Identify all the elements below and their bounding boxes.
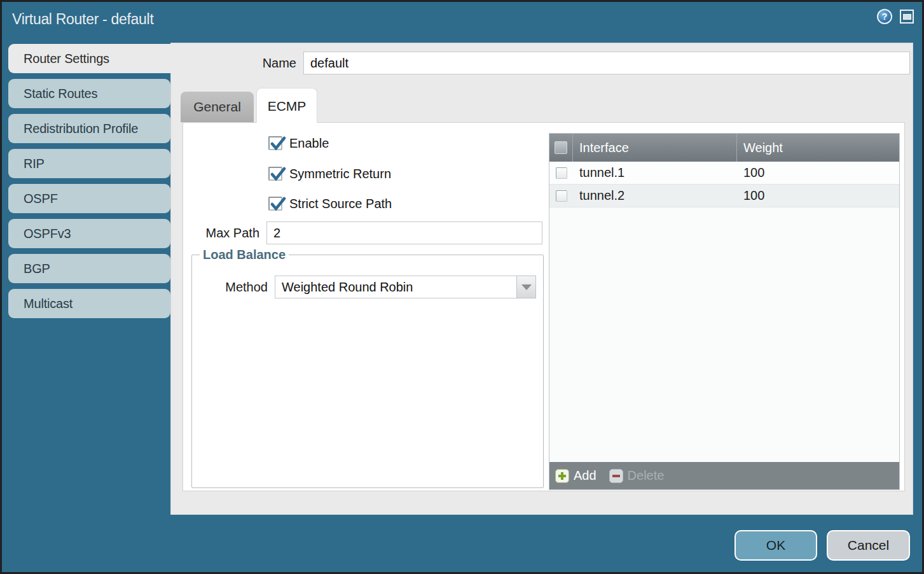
window-restore-glyph [903,14,911,20]
minus-icon [609,469,623,483]
enable-row: Enable [268,136,329,151]
name-label: Name [235,52,296,74]
sidebar-item-static-routes[interactable]: Static Routes [8,79,170,108]
ecmp-tab-panel: Enable Symmetric Return Strict Source Pa… [183,122,905,491]
sidebar-item-bgp[interactable]: BGP [8,254,170,283]
sidebar-item-multicast[interactable]: Multicast [8,289,170,318]
strict-source-path-checkbox[interactable] [268,197,282,211]
method-value: Weighted Round Robin [275,276,516,298]
dialog-title: Virtual Router - default [12,2,154,36]
select-all-checkbox[interactable] [555,141,567,154]
strict-source-path-label: Strict Source Path [289,197,392,211]
cancel-button[interactable]: Cancel [827,530,910,561]
column-header-weight[interactable]: Weight [737,134,899,162]
add-button[interactable]: Add [555,468,596,483]
method-label: Method [191,276,268,298]
chevron-down-icon[interactable] [516,276,536,298]
enable-label: Enable [289,136,329,151]
check-icon [270,166,286,183]
max-path-input[interactable] [266,221,542,244]
strict-source-path-row: Strict Source Path [268,196,392,211]
cell-weight: 100 [737,188,899,203]
cell-weight: 100 [737,165,899,180]
row-checkbox[interactable] [556,190,567,202]
sidebar-item-redistribution-profile[interactable]: Redistribution Profile [8,114,170,143]
content-panel: Name General ECMP Enable Symmetric Retur… [170,43,913,515]
check-icon [270,196,286,213]
help-icon[interactable]: ? [877,9,892,24]
method-combobox[interactable]: Weighted Round Robin [275,276,536,298]
window-restore-icon[interactable] [900,10,914,24]
table-footer: Add Delete [549,462,899,489]
table-row[interactable]: tunnel.2 100 [549,185,899,207]
dialog-titlebar: Virtual Router - default ? [2,2,922,36]
virtual-router-dialog: Virtual Router - default ? Router Settin… [0,0,924,574]
plus-icon [555,469,569,483]
interface-weight-table: Interface Weight tunnel.1 100 tunnel.2 1… [549,133,900,490]
load-balance-legend: Load Balance [200,248,289,262]
table-row[interactable]: tunnel.1 100 [549,162,899,185]
delete-button-label: Delete [628,468,665,483]
sidebar: Router Settings Static Routes Redistribu… [8,44,170,324]
sidebar-item-ospf[interactable]: OSPF [8,184,170,213]
sidebar-item-ospfv3[interactable]: OSPFv3 [8,219,170,248]
enable-checkbox[interactable] [268,136,282,150]
max-path-label: Max Path [183,221,259,244]
tab-ecmp[interactable]: ECMP [256,88,317,123]
add-button-label: Add [574,468,596,483]
symmetric-return-label: Symmetric Return [289,167,391,181]
symmetric-return-row: Symmetric Return [268,166,391,181]
column-header-interface[interactable]: Interface [573,134,737,162]
name-input[interactable] [303,52,910,74]
sidebar-item-rip[interactable]: RIP [8,149,170,178]
symmetric-return-checkbox[interactable] [268,167,282,181]
cell-interface: tunnel.2 [573,188,737,203]
row-checkbox[interactable] [556,167,567,179]
check-icon [270,136,286,152]
tab-general[interactable]: General [181,92,254,122]
delete-button[interactable]: Delete [609,468,665,483]
cell-interface: tunnel.1 [573,165,737,180]
table-header: Interface Weight [549,134,899,162]
sidebar-item-router-settings[interactable]: Router Settings [8,44,190,73]
header-checkbox-cell [549,134,573,162]
ok-button[interactable]: OK [734,530,817,561]
